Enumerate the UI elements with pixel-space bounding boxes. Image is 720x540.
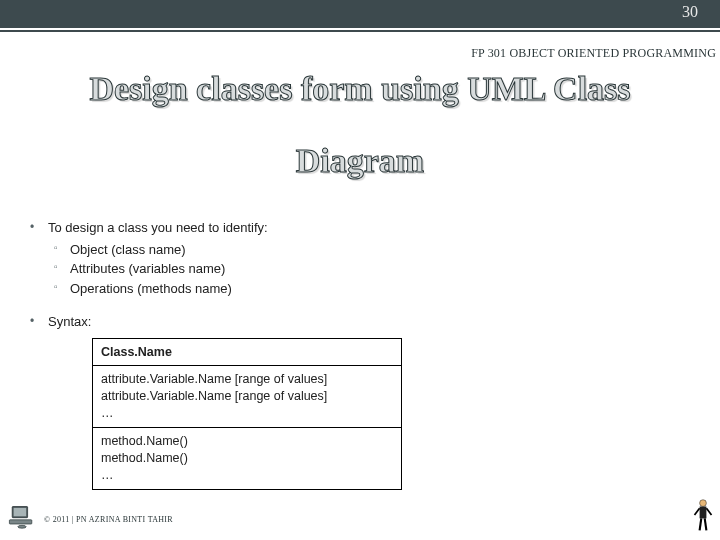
uml-methods: method.Name() method.Name() …: [93, 428, 402, 490]
top-bar: 30: [0, 0, 720, 28]
computer-icon: [8, 504, 36, 534]
uml-attributes: attribute.Variable.Name [range of values…: [93, 366, 402, 428]
syntax-label: Syntax:: [48, 314, 91, 329]
intro-text: To design a class you need to identify:: [48, 220, 268, 235]
copyright: © 2011 | PN AZRINA BINTI TAHIR: [44, 515, 173, 524]
course-code: FP 301 OBJECT ORIENTED PROGRAMMING: [471, 46, 716, 61]
sub-bullet-list: Object (class name) Attributes (variable…: [48, 240, 694, 299]
slide-title: Design classes form using UML Class Diag…: [0, 62, 720, 189]
sub-bullet-object: Object (class name): [48, 240, 694, 260]
svg-line-9: [705, 518, 707, 530]
uml-attr-ellipsis: …: [101, 405, 393, 422]
page-number: 30: [682, 3, 698, 21]
svg-point-4: [700, 500, 707, 507]
uml-method-line: method.Name(): [101, 433, 393, 450]
mascot-icon: [692, 498, 714, 536]
svg-rect-5: [700, 507, 707, 519]
title-line-2: Diagram: [0, 134, 720, 188]
bullet-intro: To design a class you need to identify: …: [26, 218, 694, 298]
uml-attr-line: attribute.Variable.Name [range of values…: [101, 388, 393, 405]
bullet-syntax: Syntax: Class.Name attribute.Variable.Na…: [26, 312, 694, 490]
title-line-1: Design classes form using UML Class: [0, 62, 720, 116]
sub-bullet-attributes: Attributes (variables name): [48, 259, 694, 279]
svg-line-8: [700, 518, 702, 530]
bullet-list: To design a class you need to identify: …: [26, 218, 694, 490]
uml-class-box: Class.Name attribute.Variable.Name [rang…: [92, 338, 402, 490]
svg-rect-1: [14, 508, 27, 516]
svg-line-7: [706, 508, 711, 515]
sub-bullet-operations: Operations (methods name): [48, 279, 694, 299]
content-area: To design a class you need to identify: …: [26, 218, 694, 504]
uml-method-ellipsis: …: [101, 467, 393, 484]
svg-line-6: [695, 508, 700, 515]
uml-class-name: Class.Name: [93, 338, 402, 366]
svg-rect-2: [9, 520, 31, 524]
uml-method-line: method.Name(): [101, 450, 393, 467]
uml-attr-line: attribute.Variable.Name [range of values…: [101, 371, 393, 388]
footer: © 2011 | PN AZRINA BINTI TAHIR: [8, 504, 173, 534]
divider: [0, 30, 720, 32]
svg-point-3: [18, 525, 26, 528]
